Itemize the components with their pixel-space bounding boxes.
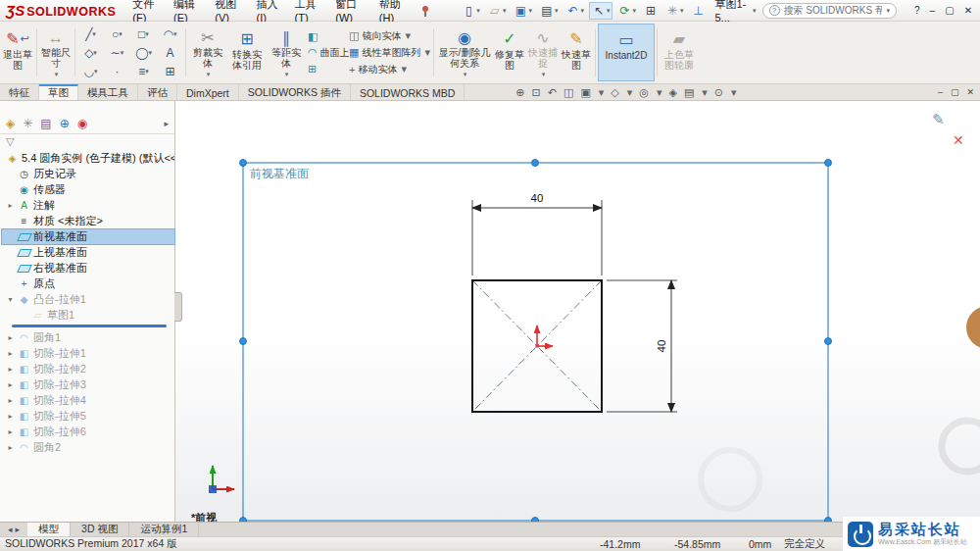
circle-tool-button[interactable]: ○▾ (104, 25, 130, 43)
offset-entities-button[interactable]: ∥ 等距实体 ▾ (267, 24, 306, 81)
front-plane-boundary[interactable] (243, 163, 828, 521)
graphics-viewport[interactable]: 40 40 (175, 101, 980, 522)
doc-close-icon[interactable]: ✕ (966, 87, 974, 97)
fillet-tool-button[interactable]: ◡▾ (77, 62, 104, 80)
expand-arrow-icon[interactable]: ▸ (6, 443, 15, 452)
plane-resize-handles[interactable] (240, 160, 832, 523)
file-properties-button[interactable]: ⊞ (641, 2, 661, 20)
smart-dimension-button[interactable]: ↔ 智能尺寸 ▾ (39, 24, 73, 81)
view-orientation-icon[interactable]: ▣ (580, 86, 590, 99)
select-button[interactable]: ↖▾ (589, 2, 613, 20)
tab-addins[interactable]: SOLIDWORKS 插件 (239, 84, 351, 100)
display-style-icon[interactable]: ◇ (611, 86, 618, 99)
move-entities-button[interactable]: +移动实体▾ (349, 63, 431, 76)
expand-arrow-icon[interactable]: ▸ (6, 333, 15, 342)
tree-item-cut-extrude6[interactable]: ▸ ◧ 切除-拉伸6 (2, 425, 174, 439)
expand-arrow-icon[interactable]: ▸ (6, 201, 15, 210)
help-search-box[interactable]: ? ▾ (762, 3, 898, 19)
collapse-arrow-icon[interactable]: ▾ (6, 295, 15, 304)
tree-item-fillet1[interactable]: ▸ ◠ 圆角1 (2, 330, 174, 345)
tree-item-cut-extrude3[interactable]: ▸ ◧ 切除-拉伸3 (2, 377, 174, 392)
exit-sketch-button[interactable]: ✎↩ 退出草图 (1, 24, 34, 81)
dimension-width-value[interactable]: 40 (531, 192, 544, 204)
doc-minimize-icon[interactable]: – (938, 87, 943, 97)
face-curves-button[interactable]: ⊞ (308, 63, 349, 75)
tree-item-sensors[interactable]: ◉ 传感器 (2, 182, 174, 197)
tree-item-front-plane[interactable]: 前视基准面 (2, 229, 174, 244)
expand-arrow-icon[interactable]: ▸ (6, 412, 15, 421)
tree-item-fillet2[interactable]: ▸ ◠ 圆角2 (2, 440, 174, 455)
tree-item-sketch1[interactable]: ▱ 草图1 (2, 308, 174, 323)
dimxpertmanager-tab-icon[interactable]: ⊕ (60, 117, 70, 130)
print-button[interactable]: ▤▾ (537, 2, 562, 20)
zoom-area-icon[interactable]: ⊡ (532, 86, 541, 99)
flyout-expand-icon[interactable]: ▸ (164, 119, 169, 128)
rapid-sketch-button[interactable]: ✎ 快速草图 (560, 24, 593, 81)
configurationmanager-tab-icon[interactable]: ▤ (40, 117, 51, 130)
arc-tool-button[interactable]: ◠▾ (157, 25, 183, 43)
tab-sketch[interactable]: 草图 (39, 84, 78, 100)
doc-restore-icon[interactable]: ▢ (951, 87, 959, 97)
hide-show-items-icon[interactable]: ◎ (639, 86, 649, 99)
line-tool-button[interactable]: ╱▾ (77, 25, 104, 43)
save-button[interactable]: ▣▾ (511, 2, 535, 20)
maximize-button[interactable]: ▢ (945, 5, 954, 16)
tree-item-boss-extrude1[interactable]: ▾ ◆ 凸台-拉伸1 (2, 292, 174, 307)
ellipse-tool-button[interactable]: ◯▾ (130, 43, 157, 62)
search-input[interactable] (784, 5, 882, 16)
new-document-button[interactable]: ▯▾ (459, 2, 483, 20)
mirror-entities-button[interactable]: ◫镜向实体▾ (349, 29, 431, 43)
tab-3d-views[interactable]: 3D 视图 (71, 523, 129, 536)
surface-tool-button[interactable]: ◧ (308, 30, 349, 43)
app-help-button[interactable]: ? (914, 5, 920, 16)
previous-view-icon[interactable]: ↶ (548, 86, 557, 99)
scroll-tabs-left-icon[interactable]: ◂ (8, 525, 13, 534)
expand-arrow-icon[interactable]: ▸ (6, 396, 15, 405)
tree-item-cut-extrude1[interactable]: ▸ ◧ 切除-拉伸1 (2, 346, 174, 361)
expand-arrow-icon[interactable]: ▸ (6, 427, 15, 436)
tree-item-history[interactable]: ◷ 历史记录 (2, 167, 174, 181)
linear-sketch-pattern-button[interactable]: ▦线性草图阵列▾ (349, 46, 431, 60)
tab-mbd[interactable]: SOLIDWORKS MBD (351, 84, 465, 100)
expand-arrow-icon[interactable]: ▸ (6, 349, 15, 358)
polygon-tool-button[interactable]: ◇▾ (77, 43, 104, 62)
view-settings-icon[interactable]: ⊙ (714, 86, 723, 99)
tree-item-cut-extrude4[interactable]: ▸ ◧ 切除-拉伸4 (2, 393, 174, 408)
instant2d-button[interactable]: ▭ Instant2D (598, 24, 655, 81)
quick-snaps-button[interactable]: ∿ 快速捕捉 ▾ (526, 24, 560, 81)
minimize-button[interactable]: – (930, 5, 936, 16)
dimension-height-value[interactable]: 40 (656, 340, 667, 353)
confirmation-corner-exit-sketch-icon[interactable]: ✎ (932, 111, 945, 128)
undo-button[interactable]: ↶▾ (563, 2, 587, 20)
featuremanager-tree-tab-icon[interactable]: ◈ (6, 117, 15, 130)
section-view-icon[interactable]: ◫ (564, 86, 573, 99)
offset-on-surface-button[interactable]: ◠曲面上 (308, 46, 349, 60)
scroll-tabs-right-icon[interactable]: ▸ (16, 525, 21, 534)
close-button[interactable]: ✕ (964, 5, 972, 16)
tab-evaluate[interactable]: 评估 (138, 84, 177, 100)
zoom-fit-icon[interactable]: ⊕ (515, 86, 524, 99)
tree-item-cut-extrude2[interactable]: ▸ ◧ 切除-拉伸2 (2, 362, 174, 376)
expand-arrow-icon[interactable]: ▸ (6, 380, 15, 389)
display-delete-relations-button[interactable]: ◉ 显示/删除几何关系 ▾ (436, 24, 493, 81)
propertymanager-tab-icon[interactable]: ✳ (23, 117, 32, 130)
text-tool-button[interactable]: A (157, 43, 183, 62)
panel-splitter-handle[interactable] (174, 292, 182, 322)
edit-appearance-icon[interactable]: ◈ (668, 86, 676, 99)
apply-scene-icon[interactable]: ▤ (684, 86, 694, 99)
confirmation-corner-cancel-icon[interactable]: ✕ (953, 132, 964, 148)
menu-pin-icon[interactable] (418, 4, 429, 18)
tab-features[interactable]: 特征 (0, 84, 39, 100)
plane-tool-button[interactable]: ⊞ (157, 62, 183, 80)
rollback-bar[interactable] (12, 325, 167, 327)
tree-root-part[interactable]: ◈ 5.4 圆角实例 (色子建模) (默认<<默认 (2, 151, 174, 166)
point-tool-button[interactable]: ∙ (104, 62, 130, 80)
filter-funnel-icon[interactable]: ▽ (6, 135, 14, 148)
rectangle-tool-button[interactable]: □▾ (130, 25, 157, 43)
tab-model[interactable]: 模型 (27, 523, 71, 536)
tree-item-right-plane[interactable]: 右视基准面 (2, 261, 174, 276)
measure-button[interactable]: ⊥ (688, 2, 708, 20)
tab-dimxpert[interactable]: DimXpert (177, 84, 239, 100)
centerline-tool-button[interactable]: ≡▾ (130, 62, 157, 80)
repair-sketch-button[interactable]: ✓ 修复草图 (493, 24, 526, 81)
